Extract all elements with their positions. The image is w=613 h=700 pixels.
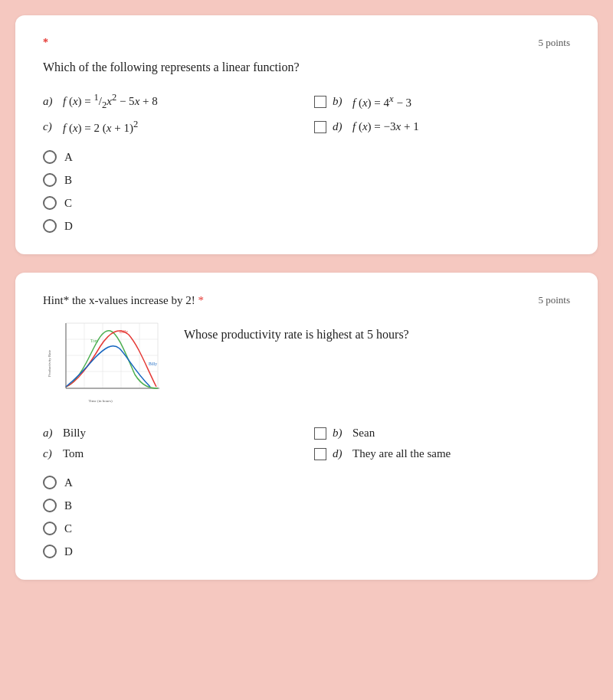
- option-a-label: a): [43, 95, 57, 108]
- options-grid: a) f (x) = 1/2x2 − 5x + 8 b) f (x) = 4x …: [43, 92, 570, 135]
- option-c: c) f (x) = 2 (x + 1)2: [43, 119, 299, 135]
- x-axis-label: Time (in hours): [88, 399, 113, 403]
- card-1: * 5 points Which of the following repres…: [15, 15, 598, 254]
- radio2-label-A: A: [64, 476, 73, 489]
- card2-option-d-checkbox[interactable]: [314, 448, 326, 460]
- card2-points: 5 points: [538, 294, 570, 306]
- required-asterisk: *: [43, 37, 48, 49]
- radio2-circle-B[interactable]: [43, 499, 57, 512]
- card1-header: * 5 points: [43, 37, 570, 49]
- card2-option-b: b) Sean: [314, 427, 570, 440]
- option-a-math: f (x) = 1/2x2 − 5x + 8: [63, 92, 158, 111]
- card2-options-grid: a) Billy b) Sean c) Tom d) They are all …: [43, 427, 570, 460]
- radio-group-1: A B C D: [43, 150, 570, 233]
- y-axis-label: Productivity Rate: [48, 349, 51, 377]
- radio-circle-D[interactable]: [43, 219, 57, 233]
- card2-option-b-text: Sean: [352, 427, 375, 440]
- card2-option-b-checkbox[interactable]: [314, 427, 326, 440]
- card2-option-a-label: a): [43, 427, 57, 440]
- option-c-label: c): [43, 120, 57, 133]
- radio2-label-C: C: [64, 522, 72, 535]
- radio-label-D: D: [64, 220, 73, 233]
- radio2-label-B: B: [64, 499, 72, 512]
- card2-option-a: a) Billy: [43, 427, 299, 440]
- question-text: Which of the following represents a line…: [43, 58, 570, 77]
- radio-D[interactable]: D: [43, 219, 570, 233]
- option-c-math: f (x) = 2 (x + 1)2: [63, 119, 138, 135]
- card2-option-d: d) They are all the same: [314, 447, 570, 460]
- card2-option-c-label: c): [43, 447, 57, 460]
- option-d-math: f (x) = −3x + 1: [352, 120, 419, 133]
- card2-header: Hint* the x-values increase by 2! * 5 po…: [43, 294, 570, 307]
- card2-question: Whose productivity rate is highest at 5 …: [184, 319, 570, 344]
- card2-asterisk: *: [198, 294, 204, 306]
- card2-option-c-text: Tom: [63, 447, 84, 460]
- radio-circle-C[interactable]: [43, 196, 57, 210]
- card2-option-d-text: They are all the same: [352, 447, 451, 460]
- radio-circle-A[interactable]: [43, 150, 57, 164]
- card2-option-a-text: Billy: [63, 427, 86, 440]
- radio2-A[interactable]: A: [43, 476, 570, 489]
- radio-label-A: A: [64, 151, 73, 164]
- radio2-circle-C[interactable]: [43, 522, 57, 535]
- radio-A[interactable]: A: [43, 150, 570, 164]
- legend-billy: Billy: [120, 329, 128, 334]
- legend-billy2: Billy: [149, 361, 157, 366]
- card2-option-d-label: d): [333, 447, 346, 460]
- radio-C[interactable]: C: [43, 196, 570, 210]
- question-area: Productivity Rate Time (in hours) Tom Bi…: [43, 319, 570, 411]
- option-b-checkbox[interactable]: [314, 96, 326, 108]
- card2-option-b-label: b): [333, 427, 346, 440]
- radio2-circle-A[interactable]: [43, 476, 57, 489]
- option-b: b) f (x) = 4x − 3: [314, 92, 570, 111]
- option-d-checkbox[interactable]: [314, 121, 326, 133]
- option-b-math: f (x) = 4x − 3: [352, 93, 411, 110]
- radio2-circle-D[interactable]: [43, 545, 57, 558]
- option-d-label: d): [333, 120, 346, 133]
- radio2-B[interactable]: B: [43, 499, 570, 512]
- card-2: Hint* the x-values increase by 2! * 5 po…: [15, 273, 598, 580]
- radio2-label-D: D: [64, 545, 73, 558]
- radio-circle-B[interactable]: [43, 173, 57, 187]
- legend-tom: Tom: [90, 339, 99, 343]
- radio-label-B: B: [64, 174, 72, 187]
- points-label: 5 points: [538, 37, 570, 49]
- radio-B[interactable]: B: [43, 173, 570, 187]
- productivity-chart: Productivity Rate Time (in hours) Tom Bi…: [43, 319, 166, 411]
- chart-container: Productivity Rate Time (in hours) Tom Bi…: [43, 319, 166, 411]
- radio2-C[interactable]: C: [43, 522, 570, 535]
- hint-text: Hint* the x-values increase by 2! *: [43, 294, 204, 307]
- option-b-label: b): [333, 95, 346, 108]
- radio-label-C: C: [64, 197, 72, 210]
- card2-option-c: c) Tom: [43, 447, 299, 460]
- radio-group-2: A B C D: [43, 476, 570, 558]
- option-a: a) f (x) = 1/2x2 − 5x + 8: [43, 92, 299, 111]
- option-d: d) f (x) = −3x + 1: [314, 119, 570, 135]
- radio2-D[interactable]: D: [43, 545, 570, 558]
